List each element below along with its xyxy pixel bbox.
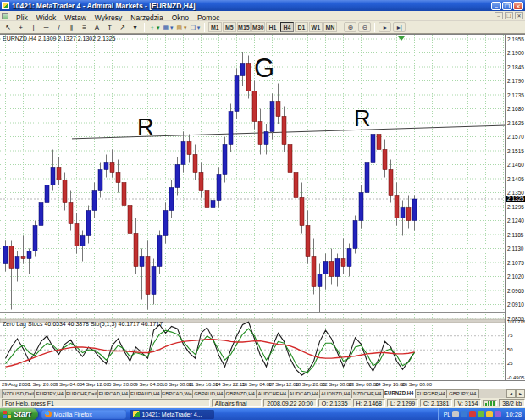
time-axis-label: 9 Sep 04:00 <box>135 382 163 387</box>
arrows-icon[interactable]: ↗ <box>117 22 128 32</box>
tab-nzdusd-daily[interactable]: NZDUSD,Daily <box>2 389 35 398</box>
price-axis-label: 2.1185 <box>507 232 523 238</box>
tab-gbpaud-h4[interactable]: GBPAUD,H4 <box>192 389 225 398</box>
tab-scroll-right-icon[interactable]: ▸ <box>516 389 525 398</box>
timeframe-h4[interactable]: H4 <box>280 22 294 32</box>
update-icon[interactable] <box>486 411 493 417</box>
menu-wykresy[interactable]: Wykresy <box>91 14 127 22</box>
tab-euraud-h4[interactable]: EURAUD,H4 <box>129 389 162 398</box>
equidistant-channel-icon[interactable]: ∥ <box>66 22 77 32</box>
symbol-ohlc-label: EURNZD,H4 2.1309 2.1327 2.1302 2.1325 <box>3 36 115 41</box>
menu-pomoc[interactable]: Pomoc <box>193 14 224 22</box>
timeframe-m1[interactable]: M1 <box>208 22 222 32</box>
text-label-icon[interactable]: T <box>104 22 115 32</box>
time-axis-label: 23 Sep 08:00 <box>349 382 379 387</box>
profiles-button[interactable]: ❏ ▾ <box>190 22 202 32</box>
tab-audcad-h4[interactable]: AUDCAD,H4 <box>288 389 321 398</box>
price-axis-label: 2.1625 <box>507 120 524 126</box>
candlestick-chart[interactable] <box>0 35 505 389</box>
task-label: Mozilla Firefox <box>54 412 92 417</box>
auto-scroll-icon[interactable]: ▸ <box>379 22 391 32</box>
tab-gbpjpy-h4[interactable]: GBPJPY,H4 <box>446 389 479 398</box>
tab-gbpcad-weekly[interactable]: GBPCAD,Weekly <box>161 389 194 398</box>
maximize-button[interactable]: ❐ <box>502 2 512 10</box>
price-axis-label: 2.1955 <box>507 36 524 42</box>
network-icon[interactable] <box>452 411 459 417</box>
price-axis-label: 2.1680 <box>507 106 524 112</box>
horizontal-line-icon[interactable]: ─ <box>41 22 52 32</box>
time-axis-label: 1 Sep 20:00 <box>29 382 56 387</box>
price-axis-label: 2.1075 <box>507 260 524 266</box>
timeframe-m15[interactable]: M15 <box>237 22 251 32</box>
toolbar-separator <box>204 23 205 32</box>
timeframe-d1[interactable]: D1 <box>295 22 308 32</box>
timeframe-w1[interactable]: W1 <box>309 22 323 32</box>
status-bar: For Help, press F1 Allpairs final 2008.0… <box>0 398 525 408</box>
chart-shift-marker[interactable] <box>398 36 405 41</box>
price-axis-label: 2.1130 <box>507 246 523 251</box>
time-axis[interactable]: 29 Aug 20081 Sep 20:003 Sep 04:004 Sep 1… <box>0 380 525 389</box>
chart-shift-icon[interactable]: ▸| <box>393 22 406 32</box>
antivirus-icon[interactable] <box>469 411 476 417</box>
indicators-button[interactable]: ＋ ▾ <box>148 22 160 32</box>
price-axis[interactable]: 2.19552.19002.18452.17902.17352.16802.16… <box>505 35 525 380</box>
tab-eurgbp-h4[interactable]: EURGBP,H4 <box>415 389 448 398</box>
fibonacci-icon[interactable]: ≡ <box>79 22 90 32</box>
menu-plik[interactable]: Plik <box>12 14 32 22</box>
usb-icon[interactable] <box>495 411 501 417</box>
time-axis-label: 11 Sep 16:00 <box>189 382 218 387</box>
indicator-axis-label: 100.3163 <box>507 319 525 324</box>
task-firefox[interactable]: Mozilla Firefox <box>41 410 126 419</box>
tab-audchf-h4[interactable]: AUDCHF,H4 <box>256 389 289 398</box>
tab-eurnzd-h4[interactable]: EURNZD,H4 <box>383 388 416 398</box>
text-icon[interactable]: A <box>91 22 102 32</box>
toolbar: ↖+|─/∥≡AT↗▾＋ ▾▦ ▾▤ ▾❏ ▾M1M5M15M30H1H4D1W… <box>0 21 525 34</box>
templates-button[interactable]: ▦ ▾ <box>162 22 174 32</box>
trend-line-icon[interactable]: / <box>53 22 64 32</box>
cursor-icon[interactable]: ↖ <box>3 22 14 32</box>
toolbar-separator <box>144 23 145 32</box>
tab-scroll-left-icon[interactable]: ◂ <box>506 389 516 398</box>
draw-style-dropdown-icon[interactable]: ▾ <box>130 22 141 32</box>
tab-eurchf-daily[interactable]: EURCHF,Daily <box>65 389 98 398</box>
tab-eurjpy-h4[interactable]: EURJPY,H4 <box>34 389 67 398</box>
close-button[interactable]: ✕ <box>513 2 523 10</box>
firefox-icon <box>45 411 52 417</box>
zoom-out-icon[interactable]: ⊖ <box>358 22 371 32</box>
status-segment-4: C: 2.1381 <box>420 399 452 407</box>
task-metatrader[interactable]: 10421: MetaTrader 4... <box>130 410 214 419</box>
tab-nzdchf-h4[interactable]: NZDCHF,H4 <box>351 389 384 398</box>
timeframe-mn[interactable]: MN <box>323 22 337 32</box>
pattern-annotation-shoulder: R <box>137 116 154 139</box>
zoom-in-icon[interactable]: ⊕ <box>344 22 356 32</box>
child-close-button[interactable]: ✕ <box>515 12 523 19</box>
taskbar-clock[interactable]: 10:28 <box>506 411 522 418</box>
messenger-icon[interactable] <box>478 411 484 417</box>
minimize-button[interactable]: – <box>491 2 501 10</box>
timeframe-m30[interactable]: M30 <box>251 22 265 32</box>
child-minimize-button[interactable]: – <box>495 12 503 19</box>
menu-wstaw[interactable]: Wstaw <box>60 14 91 22</box>
toolbar-separator <box>340 23 340 32</box>
start-button[interactable]: Start <box>0 408 38 420</box>
tab-gbpnzd-h4[interactable]: GBPNZD,H4 <box>224 389 257 398</box>
crosshair-icon[interactable]: + <box>15 22 26 32</box>
timeframe-m5[interactable]: M5 <box>223 22 236 32</box>
menu-widok[interactable]: Widok <box>32 14 61 22</box>
volume-icon[interactable] <box>461 411 467 417</box>
current-price-label: 2.1325 <box>506 196 525 202</box>
tab-eurcad-h4[interactable]: EURCAD,H4 <box>97 389 130 398</box>
vertical-line-icon[interactable]: | <box>28 22 39 32</box>
metatrader-window: 10421: MetaTrader 4 - Admiral Markets - … <box>0 0 525 420</box>
new-chart-button[interactable]: ▤ ▾ <box>176 22 188 32</box>
menu-okno[interactable]: Okno <box>168 14 193 22</box>
menu-narzędzia[interactable]: Narzędzia <box>126 14 167 22</box>
child-restore-button[interactable]: ❐ <box>505 12 513 19</box>
language-indicator[interactable]: PL <box>444 412 451 417</box>
time-axis-label: 4 Sep 12:00 <box>82 382 109 387</box>
chart-area[interactable]: EURNZD,H4 2.1309 2.1327 2.1302 2.1325 Ze… <box>0 34 525 388</box>
time-axis-label: 26 Sep 08:00 <box>402 382 433 387</box>
price-axis-label: 2.1295 <box>507 204 524 210</box>
timeframe-h1[interactable]: H1 <box>266 22 279 32</box>
tab-audnzd-h4[interactable]: AUDNZD,H4 <box>319 389 352 398</box>
